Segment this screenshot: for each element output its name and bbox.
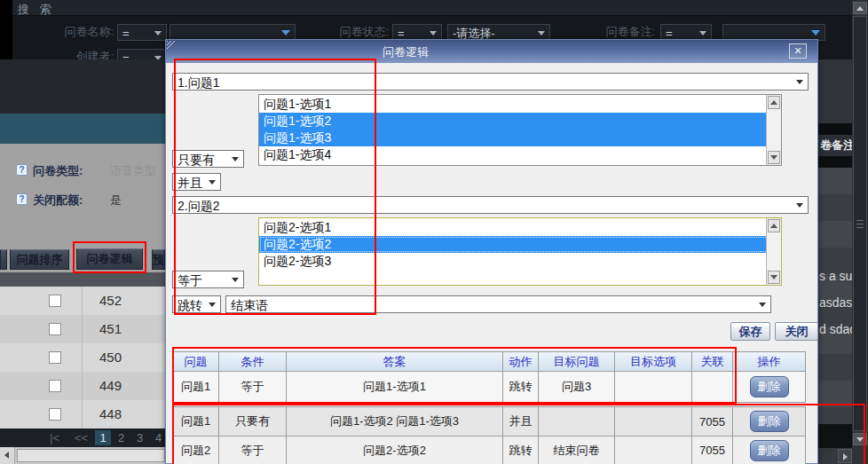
close-icon[interactable]: ✕	[789, 43, 807, 59]
survey-status-label: 问卷状态:	[332, 24, 389, 40]
row-id: 448	[99, 406, 122, 421]
left-edge-strip	[0, 0, 12, 59]
remark-column-header: 卷备注	[818, 135, 854, 156]
survey-type-value: 语音类型	[110, 163, 156, 179]
pagination-page-active[interactable]: 1	[95, 430, 111, 445]
scroll-up-icon[interactable]	[768, 96, 780, 109]
table-row[interactable]: 449	[0, 372, 165, 400]
pagination-bar: |< << 1 2 3 4	[0, 429, 165, 447]
scrollbar-thumb[interactable]	[853, 16, 867, 431]
row-id: 450	[99, 350, 122, 365]
question-sort-button[interactable]: 问题排序	[10, 249, 69, 270]
app-screen: 搜 索 问卷名称: = 问卷状态: = -请选择- 问卷备注: = 创建者: =…	[0, 0, 868, 464]
row-checkbox[interactable]	[49, 351, 61, 364]
pagination-page[interactable]: 4	[155, 431, 162, 444]
chevron-down-icon	[699, 31, 706, 35]
row-checkbox[interactable]	[49, 408, 61, 421]
listbox-scrollbar[interactable]	[766, 218, 781, 285]
survey-name-operator-select[interactable]: =	[117, 24, 167, 41]
help-icon[interactable]: ?	[16, 193, 28, 205]
close-quota-label: 关闭配额:	[33, 193, 83, 208]
close-quota-value: 是	[110, 193, 122, 208]
annotation-rect-logic-editor	[174, 59, 376, 315]
help-icon[interactable]: ?	[16, 164, 28, 176]
pagination-page[interactable]: 3	[137, 431, 143, 444]
survey-type-label: 问卷类型:	[33, 163, 83, 179]
resize-grip-icon[interactable]	[167, 41, 176, 50]
row-id: 451	[99, 321, 122, 336]
scroll-down-icon[interactable]	[768, 271, 780, 284]
row-checkbox[interactable]	[49, 295, 61, 307]
annotation-rect-table-rows23	[172, 404, 865, 464]
list-header-strip	[0, 272, 165, 287]
survey-name-label: 问卷名称:	[57, 24, 114, 40]
table-row[interactable]: 451	[0, 315, 165, 343]
scrollbar-thumb[interactable]	[17, 449, 165, 462]
pagination-prev[interactable]: <<	[75, 431, 88, 444]
chevron-down-icon	[538, 31, 545, 35]
table-row[interactable]: 452	[0, 287, 165, 315]
dialog-title: 问卷逻辑	[383, 44, 429, 60]
chevron-down-icon	[430, 31, 437, 35]
pagination-first[interactable]: |<	[50, 431, 59, 444]
scroll-up-icon[interactable]	[768, 219, 780, 232]
scroll-left-icon[interactable]	[0, 447, 15, 464]
survey-remark-label: 问卷备注:	[598, 24, 655, 40]
annotation-rect-logic-button	[73, 241, 146, 273]
chevron-down-icon	[281, 30, 290, 35]
close-button[interactable]: 关闭	[775, 322, 818, 341]
preview-button[interactable]: 预览	[152, 249, 165, 270]
chevron-down-icon	[811, 30, 820, 35]
pagination-page[interactable]: 2	[118, 431, 124, 444]
scroll-up-icon[interactable]	[853, 2, 867, 14]
search-panel-titlebar	[0, 0, 868, 16]
annotation-rect-table-row1	[172, 347, 737, 404]
chevron-down-icon	[796, 203, 803, 208]
row-checkbox[interactable]	[49, 323, 61, 335]
row-id: 452	[99, 293, 122, 308]
horizontal-scrollbar[interactable]	[0, 447, 165, 464]
chevron-down-icon	[759, 303, 766, 307]
listbox-scrollbar[interactable]	[766, 95, 781, 165]
table-row[interactable]: 448	[0, 400, 165, 429]
scroll-down-icon[interactable]	[768, 151, 780, 164]
clipped-button[interactable]	[0, 249, 7, 270]
chevron-down-icon	[154, 31, 162, 35]
chevron-down-icon	[796, 80, 803, 84]
save-button[interactable]: 保存	[730, 322, 770, 341]
delete-button[interactable]: 删除	[750, 376, 789, 397]
table-row[interactable]: 450	[0, 343, 165, 372]
row-checkbox[interactable]	[49, 380, 61, 392]
row-id: 449	[99, 378, 122, 393]
search-panel-title: 搜 索	[18, 2, 55, 18]
